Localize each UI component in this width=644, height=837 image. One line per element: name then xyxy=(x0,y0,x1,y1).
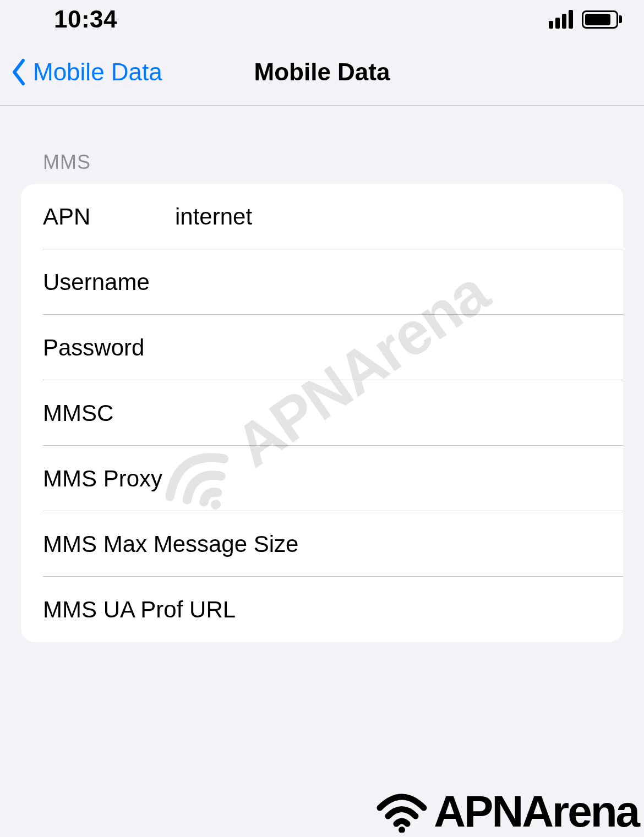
mms-ua-prof-input[interactable] xyxy=(236,597,623,623)
setting-row-apn[interactable]: APN xyxy=(21,184,623,249)
setting-label-mms-max-size: MMS Max Message Size xyxy=(43,531,298,557)
status-bar: 10:34 xyxy=(0,0,644,39)
setting-row-mms-proxy[interactable]: MMS Proxy xyxy=(21,446,623,511)
apn-input[interactable] xyxy=(175,204,623,230)
status-indicators xyxy=(549,10,622,29)
chevron-left-icon xyxy=(11,58,28,86)
setting-row-password[interactable]: Password xyxy=(21,315,623,380)
settings-content: MMS APN Username Password MMSC MMS Proxy… xyxy=(0,106,644,642)
signal-icon xyxy=(549,10,573,29)
back-button[interactable]: Mobile Data xyxy=(0,58,162,86)
setting-row-username[interactable]: Username xyxy=(21,249,623,315)
password-input[interactable] xyxy=(175,335,623,361)
footer-logo-text: APNArena xyxy=(434,786,638,837)
setting-row-mms-max-size[interactable]: MMS Max Message Size xyxy=(21,511,623,577)
username-input[interactable] xyxy=(175,269,623,296)
mms-proxy-input[interactable] xyxy=(162,466,623,492)
footer-logo: APNArena xyxy=(374,786,638,837)
setting-label-mmsc: MMSC xyxy=(43,400,175,426)
setting-label-password: Password xyxy=(43,335,175,361)
page-title: Mobile Data xyxy=(254,58,390,86)
svg-point-1 xyxy=(399,827,405,833)
setting-label-mms-proxy: MMS Proxy xyxy=(43,466,162,492)
navigation-bar: Mobile Data Mobile Data xyxy=(0,39,644,106)
setting-label-apn: APN xyxy=(43,204,175,230)
wifi-icon xyxy=(374,789,429,835)
setting-row-mms-ua-prof[interactable]: MMS UA Prof URL xyxy=(21,577,623,642)
settings-group-mms: APN Username Password MMSC MMS Proxy MMS… xyxy=(21,184,623,642)
setting-row-mmsc[interactable]: MMSC xyxy=(21,380,623,446)
setting-label-username: Username xyxy=(43,269,175,296)
mms-max-size-input[interactable] xyxy=(298,531,623,557)
mmsc-input[interactable] xyxy=(175,400,623,426)
section-header-mms: MMS xyxy=(21,106,623,184)
setting-label-mms-ua-prof: MMS UA Prof URL xyxy=(43,597,236,623)
battery-icon xyxy=(582,10,622,29)
back-button-label: Mobile Data xyxy=(33,58,162,86)
status-time: 10:34 xyxy=(54,6,117,33)
